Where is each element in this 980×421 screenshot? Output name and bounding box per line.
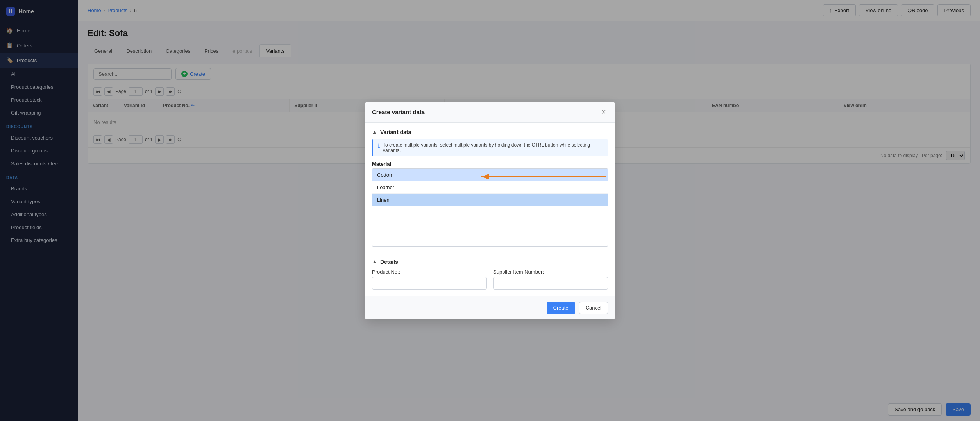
supplier-item-label: Supplier Item Number: [493,269,608,275]
material-label: Material [372,161,608,167]
modal-close-button[interactable]: ✕ [599,107,608,117]
variant-item-leather[interactable]: Leather [372,181,608,194]
form-group-supplier: Supplier Item Number: [493,269,608,290]
modal-cancel-button[interactable]: Cancel [579,302,608,314]
variant-data-title: Variant data [380,129,411,135]
modal-create-button[interactable]: Create [547,302,575,314]
collapse-variant-data-btn[interactable]: ▲ [372,129,377,135]
modal-title: Create variant data [372,109,425,115]
variant-item-linen[interactable]: Linen [372,194,608,206]
modal-footer: Create Cancel [365,296,615,319]
info-icon: ℹ [378,143,380,149]
product-no-label: Product No.: [372,269,487,275]
form-group-product-no: Product No.: [372,269,487,290]
info-box: ℹ To create multiple variants, select mu… [372,139,608,156]
variant-list[interactable]: Cotton Leather Linen [372,168,608,247]
supplier-item-input[interactable] [493,277,608,290]
collapse-details-btn[interactable]: ▲ [372,259,377,265]
details-section: ▲ Details Product No.: Supplier Item Num… [372,253,608,290]
details-title: Details [380,259,398,265]
details-section-header: ▲ Details [372,259,608,265]
modal-create-variant: Create variant data ✕ ▲ Variant data ℹ T… [365,102,615,319]
variant-data-section-header: ▲ Variant data [372,129,608,135]
modal-body: ▲ Variant data ℹ To create multiple vari… [365,123,615,296]
variant-item-cotton[interactable]: Cotton [372,169,608,181]
product-no-input[interactable] [372,277,487,290]
modal-header: Create variant data ✕ [365,102,615,123]
form-row: Product No.: Supplier Item Number: [372,269,608,290]
modal-overlay[interactable]: Create variant data ✕ ▲ Variant data ℹ T… [0,0,980,421]
info-text: To create multiple variants, select mult… [383,142,603,153]
